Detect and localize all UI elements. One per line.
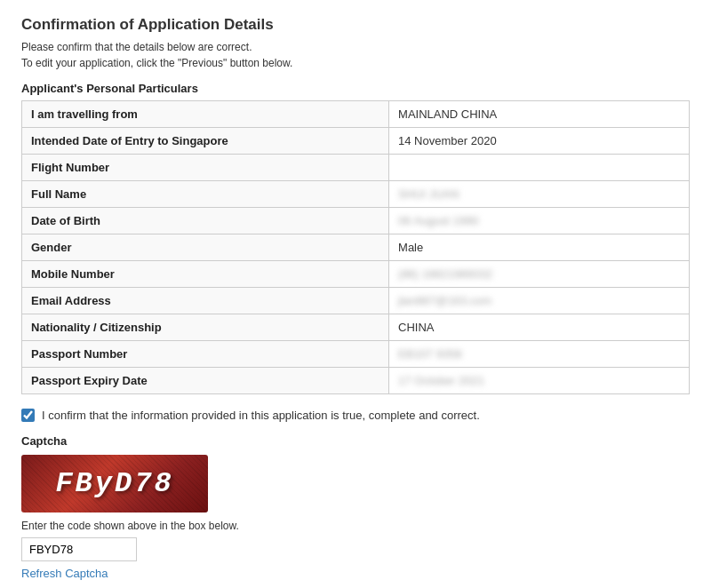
table-row: Flight Number: [22, 155, 690, 181]
row-label: Intended Date of Entry to Singapore: [22, 128, 389, 155]
row-value: CHINA: [389, 314, 690, 341]
row-value: MAINLAND CHINA: [389, 101, 690, 128]
confirm-checkbox[interactable]: [21, 409, 35, 422]
row-label: Nationality / Citizenship: [22, 314, 389, 341]
row-label: Passport Number: [22, 341, 389, 368]
captcha-image: FByD78: [21, 455, 208, 513]
row-value: 17 October 2021: [389, 368, 690, 394]
row-label: I am travelling from: [22, 101, 389, 128]
row-label: Mobile Number: [22, 261, 389, 288]
table-row: GenderMale: [22, 234, 690, 261]
row-label: Date of Birth: [22, 208, 389, 234]
table-row: I am travelling fromMAINLAND CHINA: [22, 101, 690, 128]
captcha-code: FByD78: [55, 467, 173, 500]
subtitle-2: To edit your application, click the "Pre…: [21, 57, 690, 69]
table-row: Passport Expiry Date17 October 2021: [22, 368, 690, 394]
captcha-section: Captcha FByD78 Enter the code shown abov…: [21, 434, 690, 580]
subtitle-1: Please confirm that the details below ar…: [21, 41, 690, 53]
row-value: EB107 9358: [389, 341, 690, 368]
table-row: Email Addressjlan887@163.com: [22, 288, 690, 314]
details-table: I am travelling fromMAINLAND CHINAIntend…: [21, 100, 690, 394]
table-row: Intended Date of Entry to Singapore14 No…: [22, 128, 690, 155]
row-value: SHUI JUAN: [389, 181, 690, 208]
row-value: 06 August 1990: [389, 208, 690, 234]
table-row: Mobile Number(86) 18821989332: [22, 261, 690, 288]
table-row: Passport NumberEB107 9358: [22, 341, 690, 368]
captcha-hint: Enter the code shown above in the box be…: [21, 520, 690, 532]
row-value: [389, 155, 690, 181]
captcha-input[interactable]: [21, 537, 137, 561]
confirmation-row: I confirm that the information provided …: [21, 409, 690, 422]
refresh-captcha-link[interactable]: Refresh Captcha: [21, 567, 108, 580]
row-label: Gender: [22, 234, 389, 261]
row-label: Passport Expiry Date: [22, 368, 389, 394]
row-value: Male: [389, 234, 690, 261]
captcha-label: Captcha: [21, 434, 690, 448]
table-row: Date of Birth06 August 1990: [22, 208, 690, 234]
row-label: Email Address: [22, 288, 389, 314]
table-row: Full NameSHUI JUAN: [22, 181, 690, 208]
page-title: Confirmation of Application Details: [21, 16, 690, 34]
confirm-label: I confirm that the information provided …: [42, 409, 480, 422]
row-value: jlan887@163.com: [389, 288, 690, 314]
section-heading: Applicant's Personal Particulars: [21, 82, 690, 95]
row-value: (86) 18821989332: [389, 261, 690, 288]
row-label: Flight Number: [22, 155, 389, 181]
row-value: 14 November 2020: [389, 128, 690, 155]
row-label: Full Name: [22, 181, 389, 208]
table-row: Nationality / CitizenshipCHINA: [22, 314, 690, 341]
